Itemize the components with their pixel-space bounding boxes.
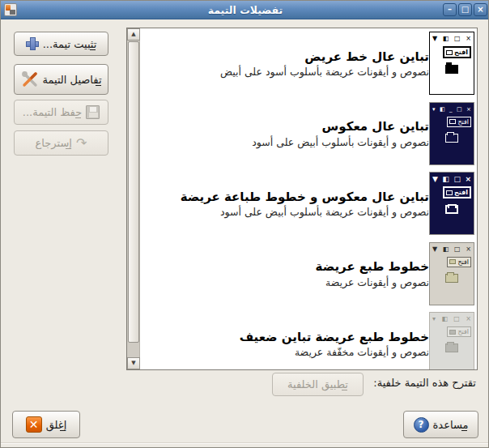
mini-folder-icon — [446, 50, 453, 55]
install-theme-label: تثبيت تيمة... — [43, 38, 97, 50]
theme-details-button[interactable]: تفاصيل التيمة — [14, 64, 108, 95]
theme-preview: ▼◧□× افتح — [429, 242, 474, 305]
theme-title: خطوط طبع عريضة — [151, 259, 429, 275]
preview-open-button: افتح — [447, 117, 471, 127]
theme-title: خطوط طبع عريضة تباين ضعيف — [151, 330, 429, 346]
help-button[interactable]: ? مساعدة — [403, 411, 478, 438]
preview-titlebar-icons: ▾◧□× — [432, 314, 471, 324]
theme-preview: ▾◧_□× افتح — [429, 102, 474, 165]
apply-background-label: تطبيق الخلفية — [287, 378, 348, 390]
theme-preferences-dialog: تفضيلات التيمة – □ × تثبيت تيمة... تفاصي… — [0, 0, 489, 448]
theme-description: نصوص و أيقونات عريضة — [151, 276, 429, 288]
help-question-icon: ? — [414, 417, 429, 433]
mini-folder-icon — [449, 259, 456, 264]
preview-open-button: افتح — [447, 257, 471, 267]
save-theme-button[interactable]: حفظ التيمة... — [14, 100, 108, 125]
preview-folder-icon — [445, 274, 458, 283]
save-theme-label: حفظ التيمة... — [23, 106, 82, 118]
titlebar[interactable]: تفضيلات التيمة – □ × — [1, 1, 489, 19]
preview-folder-icon — [445, 134, 458, 143]
mini-folder-icon — [449, 330, 456, 335]
window-title: تفضيلات التيمة — [1, 4, 489, 16]
theme-preview: ▼◧□× افتح — [429, 32, 474, 95]
theme-description: نصوص و أيقونات بأسلوب أبيض على أسود — [151, 136, 429, 148]
preview-titlebar-icons: ▼◧□× — [432, 245, 471, 254]
preview-titlebar-icons: ▾◧_□× — [432, 105, 471, 114]
revert-button[interactable]: إسترجاع ↷ — [14, 130, 108, 156]
theme-preview: ▾◧□× افتح — [429, 312, 474, 370]
theme-description: نصوص و أيقونات عريضة بأسلوب أبيض على أسو… — [151, 206, 429, 218]
preview-folder-icon — [445, 65, 458, 74]
theme-preview: ▼◧□× افتح — [429, 172, 474, 235]
revert-arrow-icon: ↷ — [76, 137, 87, 150]
close-window-button[interactable]: × — [474, 3, 487, 16]
theme-description: نصوص و أيقونات مخفّفة عريضة — [151, 346, 429, 358]
apply-background-button[interactable]: تطبيق الخلفية — [272, 373, 364, 396]
theme-description: نصوص و أيقونات عريضة بأسلوب أسود على أبي… — [151, 66, 429, 78]
mini-folder-icon — [446, 190, 453, 195]
theme-item-inverse[interactable]: تباين عال معكوس نصوص و أيقونات بأسلوب أب… — [140, 99, 477, 169]
add-icon — [26, 37, 39, 50]
close-x-icon: ✕ — [26, 416, 42, 433]
install-theme-button[interactable]: تثبيت تيمة... — [14, 32, 108, 56]
theme-title: تباين عال معكوس — [151, 119, 429, 135]
theme-items: تباين عال خط عريض نصوص و أيقونات عريضة ب… — [140, 28, 477, 369]
save-floppy-icon — [86, 105, 100, 119]
revert-label: إسترجاع — [36, 137, 72, 149]
theme-item-high-contrast[interactable]: تباين عال خط عريض نصوص و أيقونات عريضة ب… — [140, 28, 477, 99]
close-button[interactable]: ✕ إغلق — [12, 411, 80, 438]
mini-folder-icon — [449, 119, 456, 124]
app-icon — [4, 3, 17, 16]
help-label: مساعدة — [433, 419, 469, 431]
preview-folder-icon — [445, 205, 458, 214]
theme-item-inverse-bold[interactable]: تباين عال معكوس و خطوط طباعة عريضة نصوص … — [140, 169, 477, 239]
scrollbar-thumb[interactable] — [128, 41, 139, 343]
minimize-button[interactable]: – — [443, 3, 457, 16]
preview-folder-icon — [445, 343, 458, 352]
preview-open-button: افتح — [447, 326, 471, 337]
preview-titlebar-icons: ▼◧□× — [432, 174, 471, 184]
theme-item-low-contrast[interactable]: خطوط طبع عريضة تباين ضعيف نصوص و أيقونات… — [140, 309, 477, 370]
preview-titlebar-icons: ▼◧□× — [432, 34, 471, 44]
theme-item-large-print[interactable]: خطوط طبع عريضة نصوص و أيقونات عريضة ▼◧□×… — [140, 239, 477, 309]
theme-title: تباين عال خط عريض — [151, 49, 429, 66]
theme-details-label: تفاصيل التيمة — [43, 74, 102, 86]
theme-list: ▲ ▼ تباين عال خط عريض نصوص و أيقونات عري… — [126, 28, 478, 370]
preview-open-button: افتح — [443, 46, 471, 58]
theme-title: تباين عال معكوس و خطوط طباعة عريضة — [151, 190, 429, 206]
scroll-up-button[interactable]: ▲ — [127, 28, 140, 41]
scroll-down-button[interactable]: ▼ — [127, 357, 140, 369]
tools-icon — [21, 70, 39, 88]
list-scrollbar[interactable]: ▲ ▼ — [127, 28, 140, 369]
maximize-button[interactable]: □ — [458, 3, 472, 16]
suggest-background-label: تقترح هذه التيمة خلفية: — [373, 377, 476, 389]
preview-open-button: افتح — [443, 186, 471, 198]
bottom-separator — [1, 442, 489, 444]
close-label: إغلق — [46, 419, 67, 431]
